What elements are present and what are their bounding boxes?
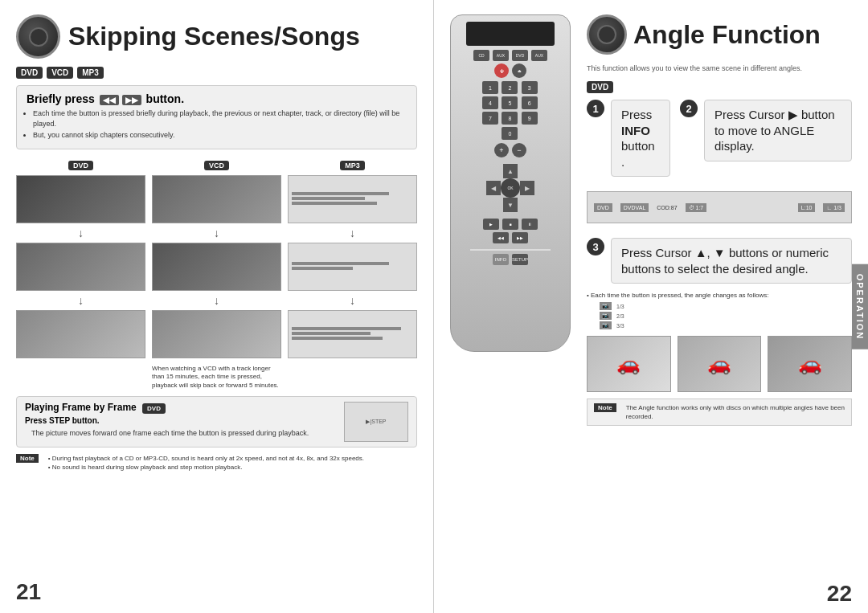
dpad-center[interactable]: OK — [501, 178, 520, 198]
right-note: Note The Angle function works only with … — [587, 398, 852, 426]
mp3-line-2 — [292, 197, 365, 200]
remote-eject-btn[interactable]: ⏏ — [512, 63, 526, 78]
remote-power-row: ⏻ ⏏ — [494, 63, 526, 78]
remote-extra-row: INFO SETUP — [493, 254, 528, 265]
remote-btn-4[interactable]: AUX — [531, 50, 547, 61]
mp3-arrow-1: ↓ — [350, 227, 355, 239]
num-0[interactable]: 0 — [502, 127, 518, 140]
step2: 2 Press Cursor ▶ button to move to ANGLE… — [680, 100, 852, 177]
angle-time: ⏱ 1:7 — [686, 203, 707, 212]
num-8[interactable]: 8 — [502, 112, 518, 125]
dvd-column: DVD ↓ ↓ — [16, 161, 145, 390]
vcd-col-label: VCD — [204, 161, 229, 170]
left-panel: Skipping Scenes/Songs DVD VCD MP3 Briefl… — [0, 0, 434, 613]
angle-indicator-dvd: DVD — [594, 203, 612, 212]
num-3[interactable]: 3 — [522, 81, 538, 94]
vcd-note: When watching a VCD with a track longer … — [152, 365, 281, 390]
num-7[interactable]: 7 — [482, 112, 498, 125]
steps-1-2-row: 1 Press INFO button . 2 Press Cursor ▶ b… — [587, 100, 852, 177]
remote-pause[interactable]: ⏸ — [522, 219, 538, 230]
vcd-column: VCD ↓ ↓ When watching a VCD with a track… — [152, 161, 281, 390]
right-instructions: Angle Function This function allows you … — [587, 14, 852, 426]
note-row: Note • During fast playback of a CD or M… — [16, 454, 417, 472]
note-label: Note — [16, 454, 39, 463]
step2-content: Press Cursor ▶ button to move to ANGLE d… — [704, 100, 852, 161]
step-img-label: ▶|STEP — [366, 419, 386, 425]
vcd-arrow-1: ↓ — [214, 227, 219, 239]
num-4[interactable]: 4 — [482, 96, 498, 109]
num-1[interactable]: 1 — [482, 81, 498, 94]
step1-info-bold: INFO — [621, 124, 650, 137]
remote-bottom-row: ▶ ■ ⏸ — [483, 219, 538, 230]
bottom-left: Playing Frame by Frame DVD Press STEP bu… — [16, 396, 417, 472]
dpad-down[interactable]: ▼ — [503, 198, 518, 212]
bullet-item-2: But, you cannot skip chapters consecutiv… — [33, 130, 407, 141]
right-dvd-badge: DVD — [587, 81, 613, 93]
dvd-img-1 — [16, 175, 145, 223]
step3-text: Press Cursor ▲, ▼ buttons or numeric but… — [621, 245, 841, 276]
right-note-text: The Angle function works only with discs… — [626, 403, 845, 421]
step-label-bold: STEP — [49, 416, 70, 425]
instruction-title: Briefly press ◀◀▶▶ button. — [27, 92, 407, 105]
vcd-img-3 — [152, 310, 281, 358]
step1: 1 Press INFO button . — [587, 100, 670, 177]
mp3-line-3 — [292, 202, 377, 205]
volume-row: + − — [494, 143, 526, 157]
left-title: Skipping Scenes/Songs — [68, 22, 360, 51]
remote-btn-1[interactable]: CD — [473, 50, 489, 61]
operation-tab: OPERATION — [852, 264, 868, 349]
right-title: Angle Function — [633, 20, 821, 50]
dvd-img-3 — [16, 310, 145, 358]
remote-fwd[interactable]: ▶▶ — [512, 232, 528, 243]
remote-row-1: CD AUX DVD AUX — [473, 50, 547, 61]
page-number-right: 22 — [450, 581, 852, 607]
dpad-left[interactable]: ◀ — [486, 181, 501, 195]
vol-down[interactable]: − — [512, 143, 526, 157]
page-number-left: 21 — [16, 579, 417, 605]
step3-content: Press Cursor ▲, ▼ buttons or numeric but… — [611, 238, 852, 284]
dvd-badge-right: DVD — [587, 79, 852, 93]
next-btn-icon: ▶▶ — [122, 95, 141, 105]
remote-info[interactable]: INFO — [493, 254, 509, 265]
vcd-img-2 — [152, 243, 281, 291]
remote-play[interactable]: ▶ — [483, 219, 499, 230]
num-9[interactable]: 9 — [522, 112, 538, 125]
remote-row-bottom2: ◀◀ ▶▶ — [493, 232, 528, 243]
instruction-box: Briefly press ◀◀▶▶ button. Each time the… — [16, 85, 417, 149]
remote-dpad: ▲ ▼ ◀ ▶ OK — [486, 164, 534, 212]
frame-section: Playing Frame by Frame DVD Press STEP bu… — [16, 396, 417, 447]
badge-vcd: VCD — [47, 67, 73, 79]
remote-rew[interactable]: ◀◀ — [493, 232, 509, 243]
step1-content: Press INFO button . — [611, 100, 670, 177]
steps-area: 1 Press INFO button . 2 Press Cursor ▶ b… — [587, 100, 852, 284]
right-panel: CD AUX DVD AUX ⏻ ⏏ 1 2 3 4 — [434, 0, 868, 613]
num-2[interactable]: 2 — [502, 81, 518, 94]
step3-number: 3 — [587, 238, 604, 255]
mp3-line-1 — [292, 192, 389, 195]
remote-btn-2[interactable]: AUX — [493, 50, 509, 61]
dpad-up[interactable]: ▲ — [503, 164, 518, 178]
num-6[interactable]: 6 — [522, 96, 538, 109]
prev-btn-icon: ◀◀ — [100, 95, 119, 105]
step3: 3 Press Cursor ▲, ▼ buttons or numeric b… — [587, 238, 852, 284]
mp3-line-5 — [292, 267, 353, 270]
right-note-label: Note — [594, 403, 616, 412]
right-section-header: Angle Function — [587, 14, 852, 55]
dvd-arrow-1: ↓ — [78, 227, 84, 239]
remote-area: CD AUX DVD AUX ⏻ ⏏ 1 2 3 4 — [450, 14, 579, 426]
remote-stop[interactable]: ■ — [502, 219, 518, 230]
vol-up[interactable]: + — [494, 143, 509, 157]
right-subtitle: This function allows you to view the sam… — [587, 64, 852, 72]
frame-dvd-badge: DVD — [142, 403, 166, 414]
dpad-right[interactable]: ▶ — [520, 181, 534, 195]
remote-btn-3[interactable]: DVD — [512, 50, 528, 61]
angle-indicator-1: DVDVAL — [620, 203, 649, 212]
remote-setup[interactable]: SETUP — [512, 254, 528, 265]
note-text-content: • During fast playback of a CD or MP3-CD… — [48, 454, 364, 472]
mp3-col-label: MP3 — [340, 161, 365, 170]
speaker-icon-left — [16, 14, 60, 59]
remote-power-btn[interactable]: ⏻ — [494, 63, 509, 78]
num-5[interactable]: 5 — [502, 96, 518, 109]
frame-desc: The picture moves forward one frame each… — [31, 428, 336, 439]
mp3-line-4 — [292, 262, 389, 265]
